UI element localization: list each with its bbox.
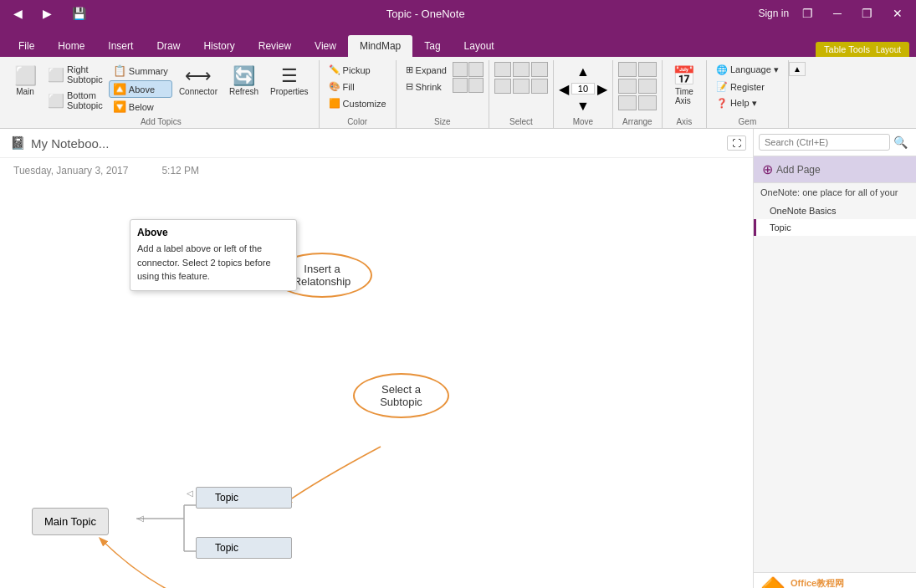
size-grid-item-4[interactable]	[468, 78, 484, 93]
canvas-date: Tuesday, January 3, 2017	[13, 165, 128, 176]
register-icon: 📝	[716, 81, 728, 92]
move-down-button[interactable]: ▼	[576, 99, 590, 114]
tab-view[interactable]: View	[303, 35, 348, 57]
tab-history[interactable]: History	[192, 35, 246, 57]
properties-button[interactable]: ☰ Properties	[265, 62, 314, 100]
move-value-input[interactable]	[571, 83, 595, 95]
help-icon: ❓	[716, 98, 728, 109]
tab-draw[interactable]: Draw	[145, 35, 192, 57]
fill-button[interactable]: 🎨 Fill	[325, 79, 391, 95]
save-button[interactable]: 💾	[65, 5, 93, 22]
sidebar-page-basics-label: OneNote Basics	[770, 206, 836, 216]
size-grid-item-3[interactable]	[453, 78, 468, 93]
restore-button[interactable]: ❐	[855, 5, 879, 22]
arr-1[interactable]	[618, 62, 637, 77]
customize-button[interactable]: 🟧 Customize	[325, 95, 391, 111]
topic-node-2[interactable]: Topic	[196, 537, 292, 559]
topic-node-1[interactable]: Topic	[196, 487, 292, 509]
bottom-subtopic-label: BottomSubtopic	[67, 90, 103, 110]
tab-review[interactable]: Review	[247, 35, 303, 57]
main-topic-node[interactable]: Main Topic	[32, 508, 109, 535]
group-gem: 🌐 Language ▾ 📝 Register ❓ Help ▾ Gem	[707, 60, 789, 128]
fill-icon: 🎨	[329, 81, 340, 92]
move-left-button[interactable]: ◀	[559, 81, 569, 97]
shrink-button[interactable]: ⊟ Shrink	[402, 79, 451, 95]
expand-button[interactable]: ⊞ Expand	[402, 62, 451, 78]
tab-mindmap[interactable]: MindMap	[348, 35, 412, 57]
sel-5[interactable]	[513, 79, 530, 94]
sel-4[interactable]	[494, 79, 511, 94]
pickup-button[interactable]: ✏️ Pickup	[325, 62, 391, 78]
add-page-button[interactable]: ⊕ Add Page	[754, 156, 916, 183]
search-button[interactable]: 🔍	[890, 134, 911, 151]
help-button[interactable]: ❓ Help ▾	[712, 95, 783, 111]
signin-label[interactable]: Sign in	[758, 8, 789, 19]
group-move: ▲ ◀ ▶ ▼ Move	[554, 60, 613, 128]
sel-2[interactable]	[513, 62, 530, 77]
title-bar-actions: Sign in ❐ ─ ❐ ✕	[758, 5, 909, 22]
connector-button[interactable]: ⟷ Connector	[174, 62, 223, 100]
tab-tag[interactable]: Tag	[412, 35, 452, 57]
time-axis-button[interactable]: 📅 TimeAxis	[668, 62, 701, 109]
right-subtopic-button[interactable]: ⬜ RightSubtopic	[43, 62, 107, 87]
tab-layout[interactable]: Layout	[453, 35, 506, 57]
arr-5[interactable]	[618, 95, 637, 110]
expand-canvas-button[interactable]: ⛶	[727, 135, 746, 151]
arrow-node-2: ◁	[137, 514, 144, 523]
move-row: ◀ ▶	[559, 81, 607, 97]
arr-4[interactable]	[638, 79, 657, 94]
below-button[interactable]: 🔽 Below	[109, 98, 172, 115]
select-grid	[494, 62, 548, 94]
minimize-button[interactable]: ─	[826, 5, 848, 22]
window-mode-button[interactable]: ❐	[796, 5, 820, 22]
time-axis-label: TimeAxis	[675, 87, 693, 105]
close-button[interactable]: ✕	[886, 5, 909, 22]
logo-name: Office教程网	[791, 577, 857, 588]
table-tools-tab[interactable]: Table Tools Layout	[816, 42, 909, 57]
tab-home[interactable]: Home	[46, 35, 96, 57]
dropdown-above-title: Above	[137, 227, 289, 238]
main-button[interactable]: ⬜ Main	[8, 62, 42, 100]
sidebar-page-topic-label: Topic	[770, 222, 791, 233]
forward-button[interactable]: ▶	[36, 5, 59, 22]
sel-6[interactable]	[531, 79, 548, 94]
layout-sub-tab[interactable]: Layout	[876, 45, 901, 54]
main-label: Main	[16, 87, 34, 96]
back-button[interactable]: ◀	[7, 5, 29, 22]
pickup-icon: ✏️	[329, 64, 340, 75]
customize-label: Customize	[343, 99, 386, 109]
bottom-subtopic-button[interactable]: ⬜ BottomSubtopic	[43, 88, 107, 113]
tab-insert[interactable]: Insert	[96, 35, 145, 57]
sidebar-page-topic[interactable]: Topic	[754, 219, 916, 236]
move-up-button[interactable]: ▲	[576, 64, 590, 79]
arr-3[interactable]	[618, 79, 637, 94]
collapse-ribbon-button[interactable]: ▲	[789, 62, 806, 76]
pickup-label: Pickup	[343, 65, 371, 75]
search-input[interactable]	[759, 134, 890, 151]
above-below-dropdown: Above Add a label above or left of the c…	[130, 219, 297, 291]
register-button[interactable]: 📝 Register	[712, 79, 783, 95]
add-page-icon: ⊕	[762, 161, 773, 177]
size-grid-item-1[interactable]	[453, 62, 468, 77]
sidebar-page-basics[interactable]: OneNote Basics	[754, 202, 916, 219]
sel-1[interactable]	[494, 62, 511, 77]
arr-2[interactable]	[638, 62, 657, 77]
sel-3[interactable]	[531, 62, 548, 77]
group-select: Select	[489, 60, 554, 128]
move-label: Move	[573, 117, 593, 126]
sidebar-section-onenote[interactable]: OneNote: one place for all of your	[754, 183, 916, 202]
expand-label: Expand	[416, 65, 447, 75]
size-grid	[453, 62, 484, 93]
language-button[interactable]: 🌐 Language ▾	[712, 62, 783, 78]
tab-file[interactable]: File	[7, 35, 46, 57]
above-button[interactable]: 🔼 Above	[109, 80, 172, 98]
arr-6[interactable]	[638, 95, 657, 110]
size-grid-item-2[interactable]	[468, 62, 484, 77]
refresh-button[interactable]: 🔄 Refresh	[224, 62, 264, 100]
summary-button[interactable]: 📋 Summary	[109, 62, 172, 79]
time-axis-icon: 📅	[673, 65, 695, 87]
move-right-button[interactable]: ▶	[597, 81, 607, 97]
bottom-subtopic-icon: ⬜	[48, 93, 64, 109]
select-items	[494, 62, 548, 115]
add-page-label: Add Page	[776, 164, 821, 176]
